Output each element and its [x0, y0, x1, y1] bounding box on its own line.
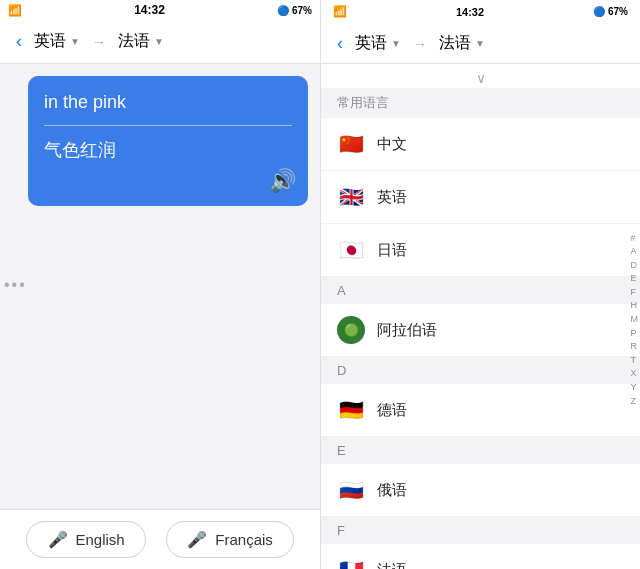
section-header-f: F: [321, 517, 640, 544]
left-status-signal: 📶: [8, 4, 22, 17]
section-header-a: A: [321, 277, 640, 304]
lang-item-russian[interactable]: 🇷🇺 俄语: [321, 464, 640, 517]
right-target-lang-arrow: ▼: [475, 38, 485, 49]
right-status-time: 14:32: [456, 6, 484, 18]
lang-item-french[interactable]: 🇫🇷 法语: [321, 544, 640, 569]
lang-name-arabic: 阿拉伯语: [377, 321, 437, 340]
flag-english: 🇬🇧: [337, 183, 365, 211]
lang-name-french: 法语: [377, 561, 407, 570]
flag-french: 🇫🇷: [337, 556, 365, 569]
alpha-h[interactable]: H: [631, 300, 639, 313]
alpha-z[interactable]: Z: [631, 395, 639, 408]
lang-item-japanese[interactable]: 🇯🇵 日语: [321, 224, 640, 277]
flag-german: 🇩🇪: [337, 396, 365, 424]
right-back-button[interactable]: ‹: [333, 29, 347, 58]
options-button[interactable]: •••: [4, 276, 27, 294]
back-button[interactable]: ‹: [12, 27, 26, 56]
chevron-down-icon: ∨: [476, 70, 486, 86]
lang-name-chinese: 中文: [377, 135, 407, 154]
translated-text: 气色红润: [44, 138, 292, 162]
alpha-y[interactable]: Y: [631, 381, 639, 394]
right-bluetooth-icon: 🔵: [593, 6, 605, 17]
source-lang-label: 英语: [34, 31, 66, 52]
right-source-lang-arrow: ▼: [391, 38, 401, 49]
right-panel: 📶 14:32 🔵 67% ‹ 英语 ▼ → 法语 ▼ ∨ 常用语言 🇨: [320, 0, 640, 569]
lang-name-german: 德语: [377, 401, 407, 420]
speaker-icon: 🔊: [269, 168, 296, 193]
left-status-icons: 🔵 67%: [277, 5, 312, 16]
lang-name-english: 英语: [377, 188, 407, 207]
right-status-signal: 📶: [333, 5, 347, 18]
translation-card: in the pink 气色红润 🔊: [28, 76, 308, 206]
english-mic-icon: 🎤: [48, 530, 68, 549]
flag-chinese: 🇨🇳: [337, 130, 365, 158]
lang-separator: →: [92, 34, 106, 50]
left-status-time: 14:32: [134, 3, 165, 17]
speaker-button[interactable]: 🔊: [269, 168, 296, 194]
battery-icon: 67%: [292, 5, 312, 16]
alpha-d[interactable]: D: [631, 259, 639, 272]
right-source-lang-selector[interactable]: 英语 ▼: [355, 33, 401, 54]
right-target-lang-label: 法语: [439, 33, 471, 54]
target-lang-selector[interactable]: 法语 ▼: [118, 31, 164, 52]
right-target-lang-selector[interactable]: 法语 ▼: [439, 33, 485, 54]
alpha-index: # A D E F H M P R T X Y Z: [631, 232, 639, 408]
dots-icon: •••: [4, 276, 27, 294]
lang-item-chinese[interactable]: 🇨🇳 中文: [321, 118, 640, 171]
alpha-p[interactable]: P: [631, 327, 639, 340]
lang-name-japanese: 日语: [377, 241, 407, 260]
collapse-chevron[interactable]: ∨: [321, 64, 640, 88]
lang-name-russian: 俄语: [377, 481, 407, 500]
target-lang-arrow: ▼: [154, 36, 164, 47]
alpha-x[interactable]: X: [631, 368, 639, 381]
lang-item-english[interactable]: 🇬🇧 英语: [321, 171, 640, 224]
right-source-lang-label: 英语: [355, 33, 387, 54]
french-mic-button[interactable]: 🎤 Français: [166, 521, 294, 558]
section-header-e: E: [321, 437, 640, 464]
flag-japanese: 🇯🇵: [337, 236, 365, 264]
right-status-bar: 📶 14:32 🔵 67%: [333, 2, 628, 22]
right-top-bar: 📶 14:32 🔵 67% ‹ 英语 ▼ → 法语 ▼: [321, 0, 640, 64]
bluetooth-icon: 🔵: [277, 5, 289, 16]
french-mic-icon: 🎤: [187, 530, 207, 549]
lang-item-german[interactable]: 🇩🇪 德语: [321, 384, 640, 437]
right-battery-icon: 67%: [608, 6, 628, 17]
right-lang-separator: →: [413, 36, 427, 52]
alpha-e[interactable]: E: [631, 273, 639, 286]
alpha-a[interactable]: A: [631, 245, 639, 258]
source-lang-arrow: ▼: [70, 36, 80, 47]
left-panel: 📶 14:32 🔵 67% ‹ 英语 ▼ → 法语 ▼ ••• in the p…: [0, 0, 320, 569]
alpha-t[interactable]: T: [631, 354, 639, 367]
source-lang-selector[interactable]: 英语 ▼: [34, 31, 80, 52]
lang-item-arabic[interactable]: 🟢 阿拉伯语: [321, 304, 640, 357]
right-lang-bar: ‹ 英语 ▼ → 法语 ▼: [333, 26, 628, 62]
common-lang-header: 常用语言: [321, 88, 640, 118]
right-status-icons: 🔵 67%: [593, 6, 628, 17]
language-list: 🇨🇳 中文 🇬🇧 英语 🇯🇵 日语 A 🟢 阿拉伯语 D 🇩🇪 德语 E 🇷🇺 …: [321, 118, 640, 569]
english-mic-button[interactable]: 🎤 English: [26, 521, 146, 558]
left-top-bar: ‹ 英语 ▼ → 法语 ▼: [0, 20, 320, 64]
alpha-r[interactable]: R: [631, 341, 639, 354]
left-bottom-bar: 🎤 English 🎤 Français: [0, 509, 320, 569]
section-header-d: D: [321, 357, 640, 384]
left-status-bar: 📶 14:32 🔵 67%: [0, 0, 320, 20]
flag-arabic: 🟢: [337, 316, 365, 344]
alpha-f[interactable]: F: [631, 286, 639, 299]
french-label: Français: [215, 531, 273, 548]
source-text[interactable]: in the pink: [44, 92, 292, 126]
target-lang-label: 法语: [118, 31, 150, 52]
alpha-hash[interactable]: #: [631, 232, 639, 245]
alpha-m[interactable]: M: [631, 313, 639, 326]
flag-russian: 🇷🇺: [337, 476, 365, 504]
english-label: English: [76, 531, 125, 548]
